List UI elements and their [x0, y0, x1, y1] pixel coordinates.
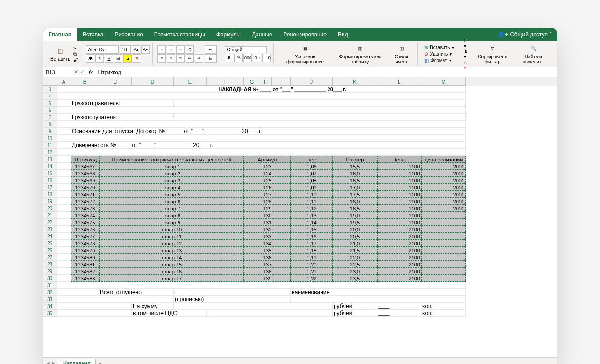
font-color-button[interactable]: A [133, 54, 141, 63]
td-art[interactable]: 129 [244, 205, 291, 212]
increase-font-button[interactable]: A▴ [132, 45, 140, 54]
cell[interactable] [57, 233, 71, 240]
tab-next-icon[interactable]: ▸ [52, 360, 55, 364]
td-size[interactable]: 18,5 [333, 205, 377, 212]
tab-draw[interactable]: Рисование [109, 28, 148, 41]
td-wt[interactable]: 1,17 [291, 240, 333, 247]
col-header-A[interactable]: A [57, 77, 71, 86]
kop-blank[interactable]: ____ [377, 303, 421, 310]
td-name[interactable]: товар 3 [99, 177, 244, 184]
col-header-G[interactable]: G [244, 77, 260, 86]
td-code[interactable]: 1234568 [71, 170, 99, 177]
td-price[interactable]: 1000 [377, 177, 421, 184]
td-name[interactable]: товар 10 [99, 226, 244, 233]
cell[interactable] [57, 247, 71, 254]
cell[interactable] [57, 142, 71, 149]
cell[interactable] [174, 303, 333, 310]
td-art[interactable]: 130 [244, 212, 291, 219]
cell[interactable] [57, 100, 71, 107]
td-size[interactable]: 17,0 [333, 184, 377, 191]
td-wt[interactable]: 1,12 [291, 205, 333, 212]
col-header-C[interactable]: C [99, 77, 132, 86]
td-wt[interactable]: 1,22 [291, 275, 333, 282]
td-size[interactable]: 16,5 [333, 177, 377, 184]
decrease-font-button[interactable]: A▾ [141, 45, 150, 54]
td-code[interactable]: 1234578 [71, 240, 99, 247]
row-header-7[interactable]: 7 [43, 114, 57, 121]
td-sale[interactable] [421, 233, 466, 240]
align-center-button[interactable]: ≡ [167, 54, 175, 63]
col-header-B[interactable]: B [71, 77, 99, 86]
increase-indent-button[interactable]: ⇥ [195, 54, 203, 63]
td-sale[interactable] [421, 219, 466, 226]
font-name-select[interactable] [86, 45, 119, 54]
td-sale[interactable]: 2000 [421, 191, 466, 198]
cell[interactable] [57, 275, 71, 282]
row-header-34[interactable]: 34 [43, 303, 57, 310]
cut-icon[interactable]: ✂ [73, 46, 78, 51]
td-code[interactable]: 1234570 [71, 184, 99, 191]
percent-button[interactable]: % [234, 54, 243, 62]
row-header-26[interactable]: 26 [43, 247, 57, 254]
td-art[interactable]: 125 [244, 177, 291, 184]
td-price[interactable]: 2000 [377, 254, 421, 261]
td-name[interactable]: товар 5 [99, 191, 244, 198]
td-art[interactable]: 127 [244, 191, 291, 198]
row-header-14[interactable]: 14 [43, 163, 57, 170]
format-cells-button[interactable]: ◧Формат ▾ [422, 57, 456, 63]
tab-prev-icon[interactable]: ◂ [47, 360, 50, 364]
row-header-25[interactable]: 25 [43, 240, 57, 247]
cell[interactable] [57, 219, 71, 226]
td-sale[interactable] [421, 254, 466, 261]
row-header-33[interactable]: 33 [43, 296, 57, 303]
cell[interactable] [57, 121, 466, 128]
sort-filter-button[interactable]: ᗊ Сортировка и фильтр [471, 43, 514, 65]
td-wt[interactable]: 1,13 [291, 212, 333, 219]
currency-button[interactable]: ₽ [225, 54, 233, 62]
td-code[interactable]: 1234579 [71, 247, 99, 254]
proxy-text[interactable]: Доверенность № ____ от "____" __________… [71, 142, 466, 149]
td-code[interactable]: 1234572 [71, 198, 99, 205]
row-header-23[interactable]: 23 [43, 226, 57, 233]
cell[interactable] [57, 310, 132, 317]
row-header-6[interactable]: 6 [43, 107, 57, 114]
td-art[interactable]: 136 [244, 254, 291, 261]
orientation-button[interactable]: ⟲ [186, 45, 194, 54]
border-button[interactable]: ⊞ [114, 54, 122, 63]
td-price[interactable]: 1000 [377, 191, 421, 198]
td-size[interactable]: 18,0 [333, 198, 377, 205]
doc-title[interactable]: НАКЛАДНАЯ № ____ от "___" ___________ 20… [99, 86, 466, 93]
cell[interactable] [57, 303, 132, 310]
row-header-30[interactable]: 30 [43, 275, 57, 282]
td-code[interactable]: 1234567 [71, 163, 99, 170]
tab-home[interactable]: Главная [43, 28, 77, 41]
cell[interactable] [57, 261, 71, 268]
cell[interactable] [174, 289, 291, 296]
cell[interactable] [57, 93, 466, 100]
format-table-button[interactable]: ▥ Форматировать как таблицу [333, 43, 387, 65]
td-size[interactable]: 23,5 [333, 275, 377, 282]
td-price[interactable]: 2000 [377, 247, 421, 254]
td-sale[interactable]: 2000 [421, 177, 466, 184]
td-name[interactable]: товар 9 [99, 219, 244, 226]
align-top-button[interactable]: ≡ [157, 45, 166, 54]
td-code[interactable]: 1234580 [71, 254, 99, 261]
confirm-formula-icon[interactable]: ✓ [80, 69, 84, 75]
td-price[interactable]: 1000 [377, 170, 421, 177]
naming-label[interactable]: наименование [291, 289, 466, 296]
format-painter-icon[interactable]: 🖌 [73, 57, 78, 63]
td-art[interactable]: 138 [244, 268, 291, 275]
cell[interactable] [207, 310, 333, 317]
row-header-35[interactable]: 35 [43, 310, 57, 317]
td-art[interactable]: 128 [244, 198, 291, 205]
td-price[interactable]: 1000 [377, 219, 421, 226]
th-wt[interactable]: вес [291, 156, 333, 163]
th-art[interactable]: Артикул [244, 156, 291, 163]
td-art[interactable]: 126 [244, 184, 291, 191]
td-art[interactable]: 124 [244, 170, 291, 177]
cell[interactable] [57, 177, 71, 184]
row-header-18[interactable]: 18 [43, 191, 57, 198]
underline-button[interactable]: Ч [105, 54, 113, 63]
total-released-label[interactable]: Всего отпущено [99, 289, 174, 296]
align-right-button[interactable]: ≡ [176, 54, 185, 63]
